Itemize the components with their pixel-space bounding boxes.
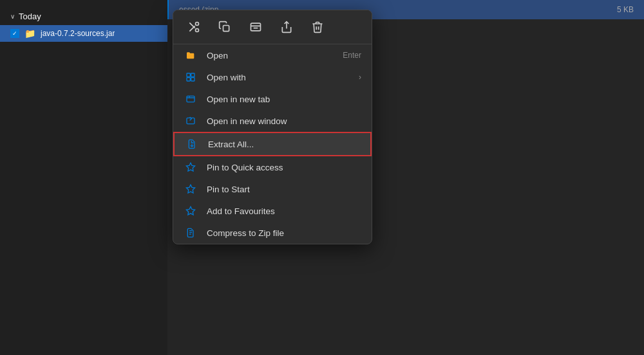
sidebar: ∨ Today ✓ 📁 java-0.7.2-sources.jar [0, 0, 167, 355]
menu-item-pin-start[interactable]: Pin to Start [173, 178, 372, 200]
menu-item-open-new-tab[interactable]: Open in new tab [173, 88, 372, 110]
menu-item-extract-all[interactable]: Extract All... [173, 132, 372, 156]
sidebar-file-item[interactable]: ✓ 📁 java-0.7.2-sources.jar [0, 25, 167, 42]
svg-rect-13 [187, 96, 194, 102]
delete-icon[interactable] [307, 17, 328, 37]
open-with-arrow: › [359, 73, 361, 82]
menu-item-compress-zip[interactable]: Compress to Zip file [173, 222, 372, 244]
file-checkbox[interactable]: ✓ [10, 29, 19, 38]
menu-open-new-window-label: Open in new window [207, 116, 361, 126]
svg-rect-5 [251, 23, 261, 31]
svg-line-1 [189, 26, 194, 31]
menu-open-new-tab-label: Open in new tab [207, 95, 361, 104]
copy-icon[interactable] [214, 17, 235, 37]
add-favourites-icon [184, 206, 198, 216]
extract-all-icon [185, 139, 199, 149]
share-icon[interactable] [276, 17, 297, 37]
menu-item-open[interactable]: Open Enter [173, 44, 372, 66]
sidebar-file-name: java-0.7.2-sources.jar [41, 29, 115, 38]
svg-marker-16 [186, 206, 194, 215]
menu-pin-start-label: Pin to Start [207, 185, 361, 194]
open-folder-icon [184, 50, 198, 60]
open-new-tab-icon [184, 94, 198, 104]
context-menu: Open Enter Open with › Open in new tab [173, 10, 372, 244]
svg-rect-4 [223, 26, 229, 32]
context-menu-toolbar [173, 10, 372, 44]
open-with-icon [184, 72, 198, 82]
menu-compress-zip-label: Compress to Zip file [207, 228, 361, 238]
menu-item-pin-quick[interactable]: Pin to Quick access [173, 156, 372, 178]
rename-icon[interactable] [245, 17, 266, 37]
menu-add-favourites-label: Add to Favourites [207, 206, 361, 216]
sidebar-today-label: Today [19, 12, 41, 21]
chevron-icon: ∨ [10, 13, 15, 20]
menu-open-with-label: Open with [207, 73, 350, 82]
menu-item-open-with[interactable]: Open with › [173, 66, 372, 88]
compress-zip-icon [184, 228, 198, 238]
svg-rect-9 [187, 73, 190, 77]
svg-point-3 [196, 29, 199, 32]
menu-pin-quick-label: Pin to Quick access [207, 163, 361, 172]
menu-item-add-favourites[interactable]: Add to Favourites [173, 200, 372, 222]
menu-open-label: Open [207, 51, 334, 60]
pin-quick-icon [184, 162, 198, 172]
sidebar-today-header: ∨ Today [0, 8, 167, 25]
svg-point-2 [196, 23, 199, 26]
svg-rect-14 [187, 118, 194, 123]
menu-extract-all-label: Extract All... [208, 140, 360, 149]
svg-rect-10 [191, 73, 194, 77]
svg-rect-11 [187, 78, 190, 81]
menu-open-shortcut: Enter [343, 51, 361, 60]
file-size: 5 KB [617, 5, 634, 14]
svg-rect-12 [191, 78, 194, 81]
pin-start-icon [184, 184, 198, 194]
open-new-window-icon [184, 116, 198, 126]
cut-icon[interactable] [184, 17, 204, 37]
menu-item-open-new-window[interactable]: Open in new window [173, 110, 372, 132]
folder-icon: 📁 [24, 28, 35, 39]
